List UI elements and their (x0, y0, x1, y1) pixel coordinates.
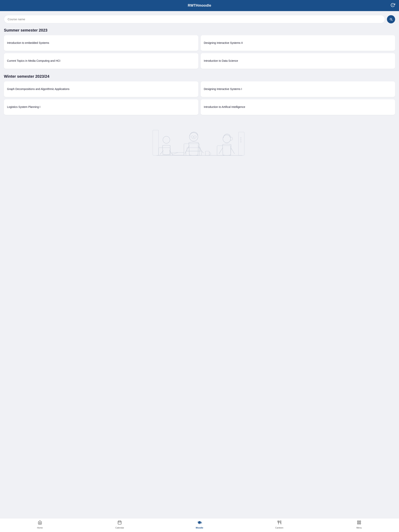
nav-label-calendar: Calendar (115, 526, 124, 529)
course-name: Introduction to embedded Systems (7, 41, 49, 45)
svg-rect-4 (217, 146, 231, 155)
svg-point-9 (191, 136, 193, 138)
course-card-course-8[interactable]: Introduction to Artifical Intelligence (201, 99, 395, 115)
nav-item-menu[interactable]: Menu (319, 520, 399, 529)
svg-line-13 (196, 137, 197, 137)
section-title: Summer semester 2023 (4, 28, 395, 32)
moodle-icon (197, 520, 202, 526)
course-name: Introduction to Data Science (204, 59, 238, 63)
svg-rect-23 (118, 521, 121, 524)
nav-label-home: Home (37, 526, 43, 529)
menu-icon (357, 520, 361, 526)
nav-item-calendar[interactable]: Calendar (80, 520, 160, 529)
course-grid: Graph Decompositions and Algorithmic App… (4, 81, 395, 115)
svg-rect-16 (205, 151, 209, 155)
bottom-nav: Home Calendar Moodle (0, 518, 399, 532)
nav-item-moodle[interactable]: Moodle (160, 520, 239, 529)
sections-container: Summer semester 2023Introduction to embe… (4, 28, 395, 115)
search-container (4, 15, 395, 23)
app-title: RWTHmoodle (188, 4, 211, 8)
svg-rect-15 (187, 148, 200, 151)
section-title: Winter semester 2023/24 (4, 74, 395, 79)
search-input[interactable] (4, 15, 385, 23)
nav-label-moodle: Moodle (196, 526, 203, 529)
svg-point-21 (240, 139, 241, 140)
course-card-course-5[interactable]: Graph Decompositions and Algorithmic App… (4, 81, 198, 97)
refresh-icon[interactable] (390, 3, 395, 9)
svg-rect-29 (358, 521, 359, 522)
svg-rect-14 (186, 151, 201, 155)
course-name: Current Topics in Media Computing and HC… (7, 59, 60, 63)
svg-point-20 (240, 137, 241, 139)
course-name: Designing Interactive Systems I (204, 87, 242, 91)
course-card-course-7[interactable]: Logistics System Planning I (4, 99, 198, 115)
nav-label-menu: Menu (356, 526, 362, 529)
nav-item-canteen[interactable]: Canteen (239, 520, 319, 529)
canteen-icon (277, 520, 282, 526)
course-card-course-3[interactable]: Current Topics in Media Computing and HC… (4, 53, 198, 69)
svg-rect-19 (238, 132, 244, 155)
course-grid: Introduction to embedded SystemsDesignin… (4, 35, 395, 69)
nav-label-canteen: Canteen (275, 526, 283, 529)
svg-point-10 (194, 136, 196, 138)
course-card-course-4[interactable]: Introduction to Data Science (201, 53, 395, 69)
svg-point-5 (163, 136, 170, 143)
illustration-area (4, 120, 395, 163)
svg-point-17 (223, 135, 231, 143)
app-header: RWTHmoodle (0, 0, 399, 11)
svg-rect-18 (153, 130, 159, 155)
svg-rect-3 (184, 144, 200, 155)
calendar-icon (117, 520, 122, 526)
search-button[interactable] (387, 15, 395, 23)
nav-item-home[interactable]: Home (0, 520, 80, 529)
search-icon (389, 18, 393, 21)
course-card-course-6[interactable]: Designing Interactive Systems I (201, 81, 395, 97)
course-name: Introduction to Artifical Intelligence (204, 105, 245, 109)
course-card-course-1[interactable]: Introduction to embedded Systems (4, 35, 198, 51)
svg-rect-30 (360, 521, 361, 522)
course-name: Graph Decompositions and Algorithmic App… (7, 87, 70, 91)
section-winter-2023: Winter semester 2023/24Graph Decompositi… (4, 74, 395, 115)
svg-point-22 (240, 141, 241, 142)
course-name: Designing Interactive Systems II (204, 41, 243, 45)
course-name: Logistics System Planning I (7, 105, 40, 109)
section-summer-2023: Summer semester 2023Introduction to embe… (4, 28, 395, 69)
course-card-course-2[interactable]: Designing Interactive Systems II (201, 35, 395, 51)
svg-rect-31 (358, 523, 359, 524)
svg-line-6 (172, 152, 178, 154)
home-icon (38, 520, 42, 526)
main-content: Summer semester 2023Introduction to embe… (0, 11, 399, 532)
svg-line-11 (190, 137, 191, 137)
svg-point-0 (392, 5, 393, 6)
svg-rect-32 (360, 523, 361, 524)
